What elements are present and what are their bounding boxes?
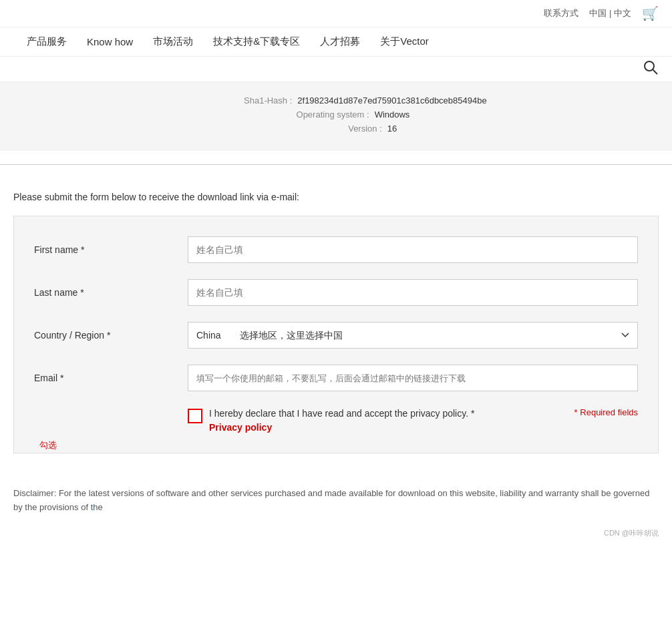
first-name-row: First name * [34, 236, 638, 263]
download-form: First name * Last name * Country / Regio… [13, 216, 659, 453]
top-bar: 联系方式 中国 | 中文 🛒 [0, 0, 672, 27]
search-bar-container [0, 57, 672, 82]
privacy-policy-link[interactable]: Privacy policy [209, 422, 474, 433]
checkbox-wrapper: I hereby declare that I have read and ac… [188, 407, 474, 433]
watermark: CDN @咔咔胡说 [0, 528, 672, 544]
os-value: Windows [375, 110, 410, 120]
nav-item-events[interactable]: 市场活动 [153, 35, 193, 48]
checkbox-section: I hereby declare that I have read and ac… [34, 407, 638, 433]
cart-icon[interactable]: 🛒 [642, 5, 659, 21]
last-name-input[interactable] [188, 279, 638, 306]
nav-item-products[interactable]: 产品服务 [27, 35, 67, 48]
nav-item-knowhow[interactable]: Know how [87, 36, 133, 47]
email-input[interactable] [188, 365, 638, 391]
nav-item-careers[interactable]: 人才招募 [320, 35, 360, 48]
checkbox-annotation: 勾选 [39, 439, 57, 451]
contact-link[interactable]: 联系方式 [544, 7, 578, 19]
form-section: Please submit the form below to receive … [0, 178, 672, 480]
last-name-row: Last name * [34, 279, 638, 306]
checkbox-declaration-text: I hereby declare that I have read and ac… [209, 408, 474, 419]
country-select-wrapper: China 选择地区，这里选择中国 United States Germany … [188, 322, 638, 349]
country-select[interactable]: China 选择地区，这里选择中国 United States Germany … [188, 322, 638, 349]
country-row: Country / Region * China 选择地区，这里选择中国 Uni… [34, 322, 638, 349]
search-icon[interactable] [643, 59, 659, 79]
first-name-label: First name * [34, 244, 188, 255]
disclaimer-section: Disclaimer: For the latest versions of s… [0, 480, 672, 528]
form-intro-text: Please submit the form below to receive … [13, 192, 659, 202]
search-input[interactable] [13, 63, 147, 75]
nav-item-about[interactable]: 关于Vector [380, 35, 429, 48]
locale-selector[interactable]: 中国 | 中文 [589, 7, 631, 19]
section-divider [0, 164, 672, 165]
privacy-checkbox[interactable] [188, 409, 202, 423]
version-label: Version : [275, 124, 382, 134]
svg-point-0 [645, 61, 654, 71]
nav-item-support[interactable]: 技术支持&下载专区 [213, 35, 300, 48]
checkbox-text-block: I hereby declare that I have read and ac… [209, 407, 474, 433]
file-info-section: Sha1-Hash : 2f198234d1d87e7ed75901c381c6… [0, 82, 672, 151]
version-value: 16 [387, 124, 397, 134]
email-row: Email * [34, 365, 638, 391]
disclaimer-text: Disclaimer: For the latest versions of s… [13, 488, 649, 512]
required-fields-note: * Required fields [574, 407, 638, 417]
os-label: Operating system : [263, 110, 369, 120]
country-label: Country / Region * [34, 330, 188, 341]
sha1-label: Sha1-Hash : [185, 95, 292, 106]
disclaimer-he: he [93, 502, 102, 512]
first-name-input[interactable] [188, 236, 638, 263]
main-nav: 产品服务 Know how 市场活动 技术支持&下载专区 人才招募 关于Vect… [0, 27, 672, 57]
last-name-label: Last name * [34, 287, 188, 298]
svg-line-1 [653, 69, 658, 74]
sha1-value: 2f198234d1d87e7ed75901c381c6dbceb85494be [297, 95, 486, 106]
email-label: Email * [34, 373, 188, 383]
